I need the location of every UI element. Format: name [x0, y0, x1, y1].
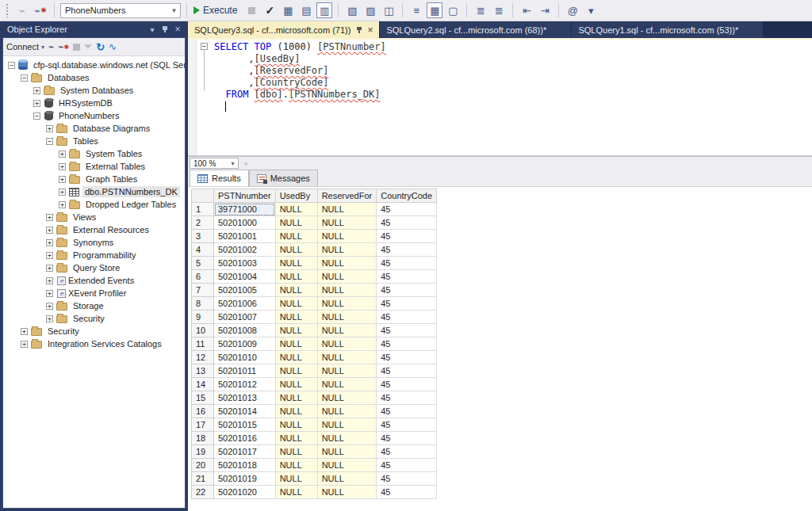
- tab-pin-icon[interactable]: [358, 27, 360, 33]
- grid-cell[interactable]: 50201017: [214, 445, 276, 459]
- grid-cell[interactable]: NULL: [317, 243, 377, 257]
- grid-cell[interactable]: NULL: [275, 405, 317, 418]
- row-number-cell[interactable]: 4: [192, 243, 214, 257]
- hscroll-left-icon[interactable]: ◂: [243, 159, 247, 167]
- results-to-file-icon[interactable]: ▢: [445, 2, 461, 18]
- tree-item-hrsystemdb[interactable]: +HRSystemDB: [3, 97, 185, 109]
- grid-cell[interactable]: 50201011: [214, 364, 276, 378]
- activity-monitor-icon[interactable]: ∿: [109, 41, 117, 52]
- document-tab-1[interactable]: SQLQuery3.sql - cf...microsoft.com (71))…: [188, 21, 379, 38]
- grid-cell[interactable]: NULL: [275, 324, 317, 337]
- grid-cell[interactable]: 50201018: [214, 459, 276, 472]
- grid-cell[interactable]: 50201006: [214, 297, 276, 311]
- execute-button[interactable]: Execute: [193, 2, 241, 18]
- grid-cell[interactable]: NULL: [317, 486, 377, 499]
- row-number-cell[interactable]: 9: [192, 311, 214, 324]
- grid-cell[interactable]: NULL: [317, 324, 377, 337]
- change-connection-icon[interactable]: ⌁✱: [33, 2, 48, 18]
- code-line[interactable]: ,[ReservedFor]: [214, 65, 812, 77]
- grid-cell[interactable]: 50201003: [214, 257, 276, 270]
- grid-cell[interactable]: 45: [377, 324, 437, 337]
- grid-cell[interactable]: NULL: [317, 311, 377, 324]
- grid-cell[interactable]: NULL: [275, 257, 317, 270]
- grid-cell[interactable]: NULL: [317, 297, 377, 311]
- grid-cell[interactable]: 45: [377, 432, 437, 445]
- expand-toggle-icon[interactable]: +: [46, 315, 53, 322]
- tree-item-query-store[interactable]: +Query Store: [3, 261, 185, 274]
- grid-cell[interactable]: NULL: [317, 284, 377, 297]
- refresh-icon[interactable]: ↻: [96, 41, 105, 53]
- expand-toggle-icon[interactable]: +: [46, 290, 53, 297]
- grid-cell[interactable]: NULL: [317, 405, 377, 418]
- expand-toggle-icon[interactable]: +: [59, 151, 66, 158]
- grid-cell[interactable]: 50201016: [214, 432, 276, 445]
- code-line[interactable]: ,[CountryCode]: [214, 77, 812, 89]
- grid-cell[interactable]: 45: [377, 418, 437, 432]
- grid-cell[interactable]: 50201015: [214, 418, 276, 432]
- row-number-cell[interactable]: 7: [192, 284, 214, 297]
- intellisense-enabled-icon[interactable]: ▥: [316, 2, 332, 18]
- grid-cell[interactable]: NULL: [317, 337, 377, 351]
- expand-toggle-icon[interactable]: +: [46, 125, 53, 132]
- grid-cell[interactable]: 50201014: [214, 405, 276, 418]
- grid-cell[interactable]: 50201008: [214, 324, 276, 337]
- grid-cell[interactable]: 45: [377, 472, 437, 486]
- connect-object-icon[interactable]: ⌁: [48, 41, 54, 52]
- row-number-cell[interactable]: 22: [192, 486, 214, 499]
- results-to-text-icon[interactable]: ≡: [408, 2, 424, 18]
- results-pane-tab-results[interactable]: Results: [190, 170, 249, 186]
- grid-cell[interactable]: 45: [377, 391, 437, 405]
- grid-cell[interactable]: NULL: [317, 378, 377, 391]
- grid-cell[interactable]: 45: [377, 230, 437, 243]
- row-number-cell[interactable]: 16: [192, 405, 214, 418]
- grid-cell[interactable]: 45: [377, 337, 437, 351]
- parse-button[interactable]: ✓: [262, 2, 278, 18]
- grid-cell[interactable]: NULL: [317, 203, 377, 216]
- row-number-cell[interactable]: 10: [192, 324, 214, 337]
- grid-cell[interactable]: NULL: [275, 364, 317, 378]
- row-number-cell[interactable]: 6: [192, 270, 214, 284]
- results-to-grid-icon[interactable]: ▦: [427, 2, 442, 18]
- document-tab-2[interactable]: SQLQuery2.sql - cf...microsoft.com (68))…: [380, 21, 571, 38]
- grid-cell[interactable]: 50201004: [214, 270, 276, 284]
- grid-cell[interactable]: 45: [377, 405, 437, 418]
- column-header-reservedfor[interactable]: ReservedFor: [317, 189, 377, 203]
- grid-cell[interactable]: 45: [377, 297, 437, 311]
- grid-cell[interactable]: 50201005: [214, 284, 276, 297]
- grid-cell[interactable]: NULL: [317, 445, 377, 459]
- tree-item-dropped-ledger-tables[interactable]: +Dropped Ledger Tables: [3, 198, 185, 211]
- grid-cell[interactable]: 50201013: [214, 391, 276, 405]
- column-header-countrycode[interactable]: CountryCode: [377, 189, 437, 203]
- row-number-cell[interactable]: 3: [192, 230, 214, 243]
- client-statistics-icon[interactable]: ◫: [381, 2, 396, 18]
- sql-code[interactable]: SELECT TOP (1000) [PSTNnumber] ,[UsedBy]…: [188, 40, 812, 112]
- row-number-cell[interactable]: 13: [192, 364, 214, 378]
- expand-toggle-icon[interactable]: +: [59, 189, 66, 196]
- expand-toggle-icon[interactable]: −: [33, 112, 40, 120]
- tree-item-phonenumbers[interactable]: −PhoneNumbers: [3, 109, 185, 122]
- grid-cell[interactable]: NULL: [317, 257, 377, 270]
- template-params-icon[interactable]: @: [565, 2, 580, 18]
- row-number-cell[interactable]: 21: [192, 472, 214, 486]
- grid-cell[interactable]: 45: [377, 203, 437, 216]
- tree-item-programmability[interactable]: +Programmability: [3, 249, 185, 261]
- tree-item-security[interactable]: +Security: [3, 325, 185, 337]
- expand-toggle-icon[interactable]: +: [46, 239, 53, 246]
- grid-cell[interactable]: 45: [377, 216, 437, 230]
- tab-close-icon[interactable]: ×: [367, 25, 373, 36]
- grid-cell[interactable]: 50201012: [214, 378, 276, 391]
- tree-item-system-tables[interactable]: +System Tables: [3, 147, 185, 160]
- tree-item-dbo-pstnnumbers-dk[interactable]: +dbo.PSTNNumbers_DK: [3, 185, 185, 198]
- tree-item-graph-tables[interactable]: +Graph Tables: [3, 173, 185, 185]
- grid-cell[interactable]: NULL: [317, 270, 377, 284]
- expand-toggle-icon[interactable]: +: [33, 100, 40, 107]
- grid-cell[interactable]: NULL: [275, 486, 317, 499]
- grid-cell[interactable]: NULL: [275, 297, 317, 311]
- grid-cell[interactable]: NULL: [317, 472, 377, 486]
- grid-cell[interactable]: NULL: [275, 216, 317, 230]
- expand-toggle-icon[interactable]: +: [46, 214, 53, 221]
- grid-cell[interactable]: NULL: [317, 391, 377, 405]
- row-number-cell[interactable]: 19: [192, 445, 214, 459]
- expand-toggle-icon[interactable]: +: [21, 341, 28, 348]
- uncomment-icon[interactable]: ≣: [491, 2, 507, 18]
